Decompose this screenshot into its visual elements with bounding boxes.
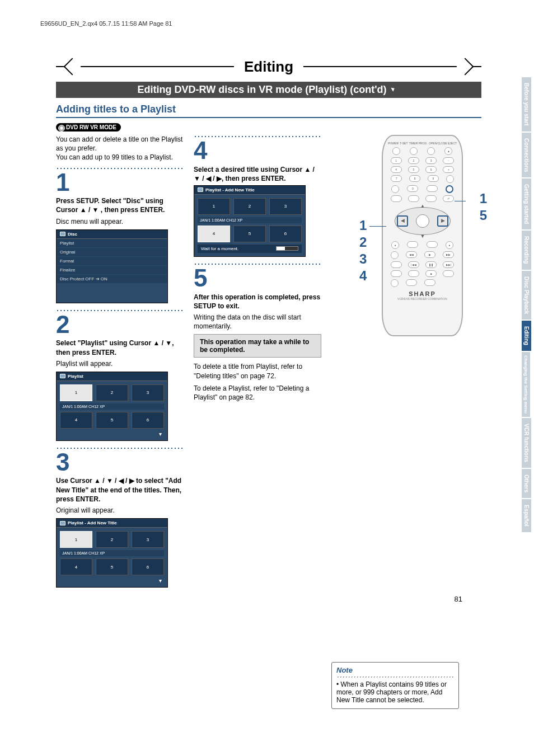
remote-dpad-center	[416, 214, 429, 228]
tab-espanol: Español	[522, 499, 531, 532]
tab-vcr-functions: VCR functions	[522, 418, 531, 468]
remote-enter: ⏎	[443, 195, 454, 202]
column-2: 4 Select a desired title using Cursor ▲ …	[194, 135, 321, 593]
osd-thumb: 5	[96, 412, 128, 429]
osd-arrow-down-icon: ▾	[60, 431, 164, 437]
step-2-number: 2	[56, 313, 184, 336]
osd-disc-menu: Disc Playlist Original Format Finalize D…	[56, 229, 168, 303]
osd-thumb: 5	[233, 226, 266, 242]
remote-num-7: 7	[391, 175, 402, 182]
remote-dpad: ▲ ▼ ◀ ▶	[395, 204, 451, 238]
tab-connections: Connections	[522, 133, 531, 178]
osd-menu-item: Finalize	[57, 266, 167, 274]
cursor-icon	[390, 85, 400, 95]
tab-getting-started: Getting started	[522, 179, 531, 229]
section-title: Adding titles to a Playlist	[56, 104, 481, 118]
remote-dubbing	[391, 279, 399, 287]
remote-button	[391, 261, 402, 268]
remote-stop: ■	[425, 270, 437, 277]
remote-ch-minus: -	[443, 157, 454, 164]
remote-ch-plus: +	[443, 166, 454, 173]
osd-thumb: 3	[132, 384, 164, 401]
page-title-band: Editing	[56, 56, 481, 78]
osd-thumb: 1	[60, 531, 92, 548]
step-4-number: 4	[194, 139, 321, 162]
remote-dvd	[427, 241, 438, 248]
step-1-number: 1	[56, 171, 184, 194]
remote-search	[443, 270, 454, 277]
step-3-number: 3	[56, 451, 184, 473]
side-tabs: Before you start Connections Getting sta…	[522, 77, 534, 533]
osd-meta: JAN/1 1:00AM CH12 XP	[60, 550, 164, 556]
callout-r1: 1	[480, 191, 487, 206]
osd-menu-item: Original	[57, 248, 167, 256]
tab-others: Others	[522, 469, 531, 498]
remote-num-4: 4	[391, 166, 402, 173]
osd-thumb: 1	[60, 384, 92, 401]
up-arrow-icon: ▲	[420, 203, 425, 209]
remote-video-tv	[446, 175, 454, 183]
remote-slow	[391, 270, 402, 277]
remote-num-2: 2	[408, 157, 419, 164]
remote-audio	[424, 279, 435, 286]
remote-button	[410, 147, 418, 155]
osd-thumb: 3	[132, 531, 164, 548]
remote-subtitle: VCR/DVD RECORDER COMBINATION	[387, 297, 457, 300]
dvd-rw-vr-badge: DVD RW VR MODE	[56, 123, 121, 132]
remote-num-3: 3	[425, 157, 437, 164]
osd-meta: JAN/1 1:00AM CH12 XP	[60, 403, 164, 410]
remote-num-5: 5	[408, 166, 419, 173]
source-file-header: E9656UD_EN_2.qx4 05.7.15 11:58 AM Page 8…	[40, 20, 172, 27]
osd-icon	[198, 187, 203, 192]
page-number: 81	[455, 595, 462, 603]
remote-menulist	[408, 195, 419, 202]
osd-thumb: 3	[269, 198, 302, 215]
callout-1: 1	[359, 218, 367, 233]
remote-num-8: 8	[409, 175, 420, 182]
osd-thumb: 6	[132, 412, 164, 429]
tab-disc-playback: Disc Playback	[522, 271, 531, 320]
osd-icon	[60, 374, 65, 378]
osd-icon	[60, 232, 65, 236]
step-4-bold: Select a desired title using Cursor ▲ / …	[194, 165, 321, 183]
osd-thumb: 6	[132, 558, 164, 575]
callout-2: 2	[359, 234, 367, 250]
remote-clear	[427, 185, 438, 192]
step-2-bold: Select "Playlist" using Cursor ▲ / ▼, th…	[56, 339, 184, 356]
note-body: • When a Playlist contains 99 titles or …	[336, 680, 454, 704]
remote-button: ▲	[444, 147, 452, 155]
remote-brand: SHARP	[387, 290, 457, 297]
osd-add-new-title-1: Playlist - Add New Title 1 2 3 JAN/1 1:0…	[56, 518, 168, 588]
osd-thumb: 4	[198, 226, 230, 242]
remote-button	[391, 251, 399, 259]
remote-rec: ●	[446, 241, 453, 249]
callout-4: 4	[359, 268, 367, 284]
osd-add-new-title-2: Playlist - Add New Title 1 2 3 JAN/1 1:0…	[194, 185, 306, 257]
remote-skip: |◀◀	[408, 261, 419, 268]
callout-3: 3	[359, 251, 367, 267]
remote-button: ▶▶	[443, 251, 454, 258]
dpad-left-highlight: ◀	[397, 215, 408, 227]
osd-playlist: Playlist 1 2 3 JAN/1 1:00AM CH12 XP 4 5 …	[56, 372, 168, 441]
osd-thumb: 2	[96, 531, 128, 548]
remote-num-0: 0	[407, 185, 418, 192]
remote-vcr	[407, 241, 418, 248]
column-3: 1 2 3 4 1 5 POWERT-SETTIMER PROG.OPEN/CL…	[331, 135, 466, 593]
remote-setup	[446, 185, 453, 193]
remote-button	[427, 147, 435, 155]
step-5-bold: After this operation is completed, press…	[194, 293, 321, 311]
page-subtitle: Editing DVD-RW discs in VR mode (Playlis…	[56, 82, 481, 98]
step-3-bold: Use Cursor ▲ / ▼ / ◀ / ▶ to select "Add …	[56, 476, 184, 504]
intro-text: You can add or delete a title on the Pla…	[56, 135, 184, 162]
dpad-right-highlight: ▶	[437, 215, 448, 227]
remote-display	[391, 185, 399, 193]
tab-recording: Recording	[522, 231, 531, 269]
step-5-number: 5	[194, 267, 321, 289]
note-box: Note • When a Playlist contains 99 title…	[331, 662, 459, 709]
osd-thumb: 4	[60, 412, 92, 429]
remote-control: POWERT-SETTIMER PROG.OPEN/CLOSE EJECT ▲ …	[382, 135, 463, 336]
step-1-bold: Press SETUP. Select "Disc" using Cursor …	[56, 196, 184, 214]
remote-num-1: 1	[391, 157, 402, 164]
osd-meta: JAN/1 1:00AM CH12 XP	[198, 217, 302, 223]
remote-power-button	[392, 147, 400, 155]
